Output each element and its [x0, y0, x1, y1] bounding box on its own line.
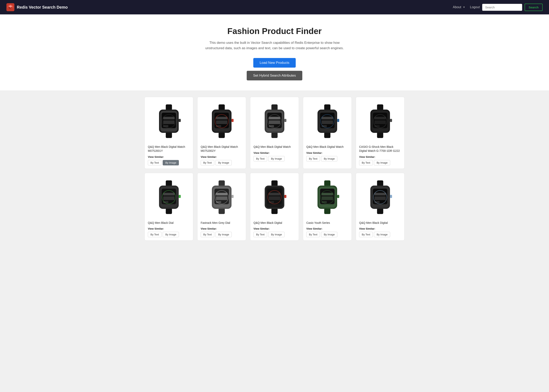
search-input[interactable]	[482, 4, 522, 11]
by-image-button[interactable]: By Image	[216, 160, 232, 165]
product-name: CASIO G-Shock Men Black Digital Watch G-…	[359, 145, 401, 153]
by-image-button[interactable]: By Image	[321, 232, 337, 237]
product-card: Fastrack Men Grey Dial View Similar: By …	[197, 173, 246, 241]
by-image-button[interactable]: By Image	[268, 156, 284, 161]
by-text-button[interactable]: By Text	[359, 232, 373, 237]
svg-rect-71	[216, 196, 227, 200]
svg-rect-26	[271, 133, 277, 138]
view-similar-label: View Similar:	[201, 227, 243, 230]
product-image-wrap	[148, 100, 190, 142]
svg-rect-96	[377, 208, 383, 214]
by-text-button[interactable]: By Text	[359, 160, 373, 165]
by-text-button[interactable]: By Text	[253, 156, 267, 161]
svg-rect-11	[163, 120, 175, 124]
by-image-button[interactable]: By Image	[321, 156, 337, 161]
product-card: Q&Q Men Black Digital Watch View Similar…	[303, 97, 352, 168]
hero-section: Fashion Product Finder This demo uses th…	[0, 14, 549, 91]
watch-image	[258, 180, 291, 214]
svg-rect-101	[374, 196, 386, 200]
svg-rect-91	[322, 196, 333, 200]
svg-rect-103	[390, 195, 392, 198]
set-hybrid-search-button[interactable]: Set Hybrid Search Attributes	[247, 71, 302, 80]
svg-rect-65	[218, 180, 225, 186]
product-card: CASIO G-Shock Men Black Digital Watch G-…	[356, 97, 405, 168]
svg-rect-60	[163, 193, 175, 196]
watch-image	[205, 180, 239, 214]
view-similar-label: View Similar:	[253, 227, 296, 230]
svg-rect-51	[374, 120, 386, 124]
view-similar-buttons: By Text By Image	[359, 160, 401, 165]
product-card: Q&Q Men Black Digital Watch M075J001Y Vi…	[144, 97, 193, 168]
svg-rect-86	[324, 208, 330, 214]
product-name: Casio Youth Series	[306, 221, 348, 225]
product-image-wrap	[306, 100, 348, 142]
product-name: Q&Q Men Black Digital	[359, 221, 401, 225]
svg-rect-80	[269, 193, 280, 196]
by-text-button[interactable]: By Text	[306, 156, 320, 161]
view-similar-buttons: By Text By Image	[306, 232, 348, 237]
brand: Redis Vector Search Demo	[7, 3, 448, 11]
by-text-button[interactable]: By Text	[201, 232, 214, 237]
product-image-wrap	[306, 176, 348, 218]
by-image-button[interactable]: By Image	[268, 232, 284, 237]
product-image-wrap	[359, 100, 401, 142]
svg-rect-5	[166, 105, 172, 110]
svg-rect-30	[269, 117, 280, 119]
brand-title: Redis Vector Search Demo	[17, 5, 68, 10]
view-similar-buttons: By Text By Image	[148, 232, 190, 237]
logout-button[interactable]: Logout	[470, 5, 480, 9]
watch-image	[363, 105, 397, 138]
about-link[interactable]: About	[453, 5, 461, 9]
svg-rect-90	[322, 193, 333, 196]
view-similar-label: View Similar:	[253, 151, 296, 154]
svg-rect-56	[166, 208, 172, 214]
view-similar-label: View Similar:	[306, 227, 348, 230]
by-image-button[interactable]: By Image	[374, 232, 390, 237]
svg-rect-33	[284, 119, 286, 122]
product-card: Q&Q Men Black Digital View Similar: By T…	[356, 173, 405, 241]
by-text-button[interactable]: By Text	[148, 160, 162, 165]
by-text-button[interactable]: By Text	[201, 160, 214, 165]
svg-rect-50	[374, 117, 386, 119]
by-image-button[interactable]: By Image	[163, 160, 179, 165]
load-products-button[interactable]: Load New Products	[253, 58, 296, 68]
svg-rect-100	[374, 193, 386, 196]
svg-rect-63	[179, 195, 181, 198]
product-name: Q&Q Men Black Digital Watch M075J001Y	[148, 145, 190, 153]
product-image-wrap	[253, 176, 296, 218]
view-similar-buttons: By Text By Image	[201, 160, 243, 165]
svg-rect-61	[163, 196, 175, 200]
product-card: Q&Q Men Black Digital Watch M075J002Y Vi…	[197, 97, 246, 168]
watch-image	[152, 105, 186, 138]
product-image-wrap	[253, 100, 296, 142]
svg-rect-31	[269, 120, 280, 124]
search-button[interactable]: Search	[525, 4, 542, 11]
view-similar-label: View Similar:	[359, 227, 401, 230]
by-image-button[interactable]: By Image	[216, 232, 232, 237]
by-text-button[interactable]: By Text	[253, 232, 267, 237]
svg-rect-95	[377, 180, 383, 186]
hero-title: Fashion Product Finder	[4, 26, 545, 36]
svg-rect-45	[377, 105, 383, 110]
svg-rect-25	[271, 105, 277, 110]
view-similar-label: View Similar:	[201, 155, 243, 158]
by-image-button[interactable]: By Image	[163, 232, 179, 237]
chevron-down-icon: ▼	[463, 6, 465, 9]
view-similar-buttons: By Text By Image	[253, 232, 296, 237]
svg-rect-85	[324, 180, 330, 186]
product-image-wrap	[201, 100, 243, 142]
watch-image	[152, 180, 186, 214]
by-image-button[interactable]: By Image	[374, 160, 390, 165]
navbar: Redis Vector Search Demo About ▼ Logout …	[0, 0, 549, 14]
svg-rect-46	[377, 133, 383, 138]
watch-image	[363, 180, 397, 214]
by-text-button[interactable]: By Text	[148, 232, 162, 237]
svg-rect-73	[232, 195, 233, 198]
product-name: Q&Q Men Black Digital Watch	[306, 145, 348, 149]
nav-links: About ▼	[453, 5, 465, 9]
svg-rect-21	[216, 120, 227, 124]
view-similar-buttons: By Text By Image	[253, 156, 296, 161]
svg-rect-55	[166, 180, 172, 186]
by-text-button[interactable]: By Text	[306, 232, 320, 237]
product-card: Casio Youth Series View Similar: By Text…	[303, 173, 352, 241]
